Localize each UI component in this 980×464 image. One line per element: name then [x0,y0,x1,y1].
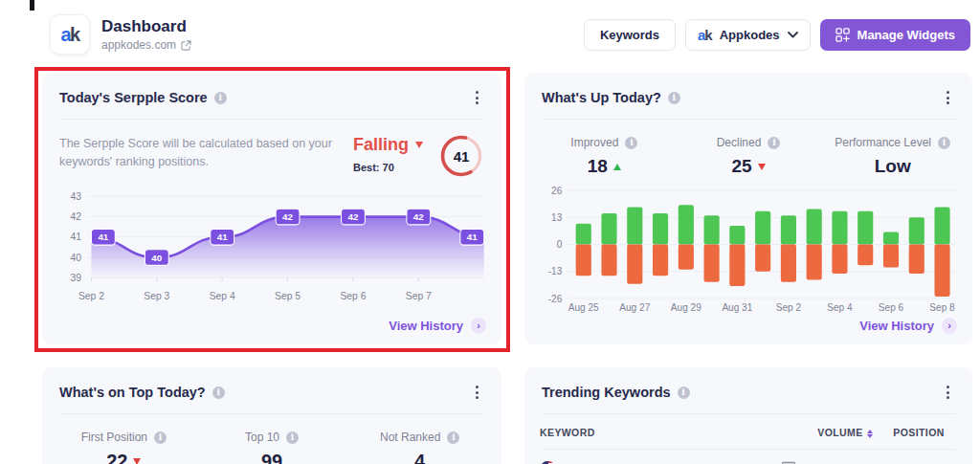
svg-text:Sep 6: Sep 6 [340,291,366,301]
stat-top-10: Top 10i 99 [198,431,346,464]
best-score-label: Best: 70 [353,162,423,173]
card-title: What's Up Today? [542,90,661,105]
external-link-icon[interactable] [181,40,191,51]
widgets-icon [835,28,850,42]
kebab-menu-icon[interactable] [941,87,955,108]
svg-text:Sep 6: Sep 6 [879,302,904,313]
info-icon[interactable]: i [154,431,167,444]
svg-text:42: 42 [413,211,424,222]
svg-text:Sep 8: Sep 8 [929,302,955,313]
svg-text:26: 26 [551,186,563,196]
table-row[interactable]: app clone 5K 42 [524,450,972,464]
info-icon[interactable]: i [938,137,950,149]
stat-value: 4 [414,451,425,464]
info-icon[interactable]: i [668,92,680,104]
manage-widgets-label: Manage Widgets [858,28,955,42]
stat-declined: Declinedi 25 [677,136,821,177]
serpple-score-card: Today's Serpple Score i The Serpple Scor… [42,73,501,344]
svg-text:Sep 2: Sep 2 [78,291,104,301]
project-select[interactable]: ak Appkodes [685,19,811,51]
info-icon[interactable]: i [214,92,227,104]
trend-down-icon [758,164,766,170]
chevron-right-icon: › [942,318,957,334]
column-volume: VOLUME [810,427,880,438]
trend-label[interactable]: Falling [353,135,409,155]
stat-value: 99 [261,451,282,464]
view-history-link[interactable]: View History › [389,318,486,334]
keywords-button[interactable]: Keywords [584,19,676,51]
table-header: KEYWORD VOLUME POSITION [524,414,972,449]
svg-text:Sep 4: Sep 4 [827,302,853,313]
serpple-score-line-chart: 4342414039Sep 2Sep 3Sep 4Sep 5Sep 6Sep 7… [42,183,501,311]
trend-up-icon [613,164,621,170]
top-bar: ak Dashboard appkodes.com Keywords ak Ap… [0,0,980,69]
page-title: Dashboard [101,17,191,36]
stat-performance-level: Performance Leveli Low [820,136,965,177]
svg-text:41: 41 [467,232,478,242]
svg-text:41: 41 [98,232,108,242]
column-position: POSITION [880,427,957,438]
trend-down-icon [415,142,423,148]
view-history-label: View History [859,319,934,333]
trending-keywords-card: Trending Keywords i KEYWORD VOLUME POSIT… [524,367,972,464]
svg-text:-26: -26 [548,294,563,304]
stat-label: First Position [81,431,147,444]
stat-improved: Improvedi 18 [532,136,677,177]
stat-not-ranked: Not Rankedi 4 [345,431,494,464]
score-ring: 41 [438,133,484,183]
stat-label: Performance Level [835,136,931,149]
svg-text:13: 13 [551,212,563,223]
stat-first-position: First Positioni 22 [50,431,198,464]
manage-widgets-button[interactable]: Manage Widgets [820,19,970,51]
whats-up-bar-chart: 26130-13-26Aug 25Aug 27Aug 29Aug 31Sep 2… [524,177,972,318]
stat-value: 25 [731,156,751,177]
chevron-down-icon [788,32,798,38]
svg-text:40: 40 [151,253,162,263]
kebab-menu-icon[interactable] [941,382,955,403]
info-icon[interactable]: i [768,137,780,149]
card-title: Today's Serpple Score [59,90,208,105]
svg-text:Sep 7: Sep 7 [406,291,432,301]
svg-text:Sep 5: Sep 5 [275,291,301,301]
stat-label: Declined [717,136,762,149]
score-value: 41 [454,148,470,165]
svg-text:Sep 4: Sep 4 [210,291,235,301]
svg-text:Aug 29: Aug 29 [671,302,702,313]
card-title: Trending Keywords [542,385,671,400]
stat-label: Top 10 [245,431,279,444]
sort-icon[interactable] [867,430,873,438]
site-domain: appkodes.com [101,38,176,52]
svg-text:Aug 25: Aug 25 [568,302,599,313]
card-description: The Serpple Score will be calculated bas… [59,135,346,171]
info-icon[interactable]: i [625,137,637,149]
whats-on-top-card: What's on Top Today? i First Positioni 2… [42,367,501,464]
kebab-menu-icon[interactable] [470,87,484,108]
svg-text:Sep 2: Sep 2 [776,302,802,313]
svg-text:39: 39 [71,273,82,283]
svg-text:42: 42 [347,211,358,222]
info-icon[interactable]: i [286,431,299,444]
kebab-menu-icon[interactable] [470,382,484,403]
stat-label: Not Ranked [380,431,440,444]
svg-text:41: 41 [71,232,82,242]
project-select-value: Appkodes [720,28,780,42]
svg-text:0: 0 [557,239,563,250]
svg-text:43: 43 [71,191,82,202]
stat-label: Improved [570,136,618,149]
stat-value: Low [875,156,911,177]
appkodes-logo-glyph: ak [60,24,78,46]
appkodes-logo: ak [50,14,90,55]
info-icon[interactable]: i [447,431,459,444]
appkodes-mini-logo: ak [698,27,712,43]
info-icon[interactable]: i [678,387,690,399]
chevron-right-icon: › [471,318,486,334]
svg-text:42: 42 [71,211,82,222]
view-history-link[interactable]: View History › [859,318,957,334]
card-title: What's on Top Today? [59,385,206,400]
svg-text:42: 42 [282,211,293,222]
info-icon[interactable]: i [212,387,225,399]
svg-text:-13: -13 [548,266,563,276]
stat-value: 22 [106,451,127,464]
svg-text:Aug 27: Aug 27 [619,302,650,313]
keywords-button-label: Keywords [600,28,659,42]
